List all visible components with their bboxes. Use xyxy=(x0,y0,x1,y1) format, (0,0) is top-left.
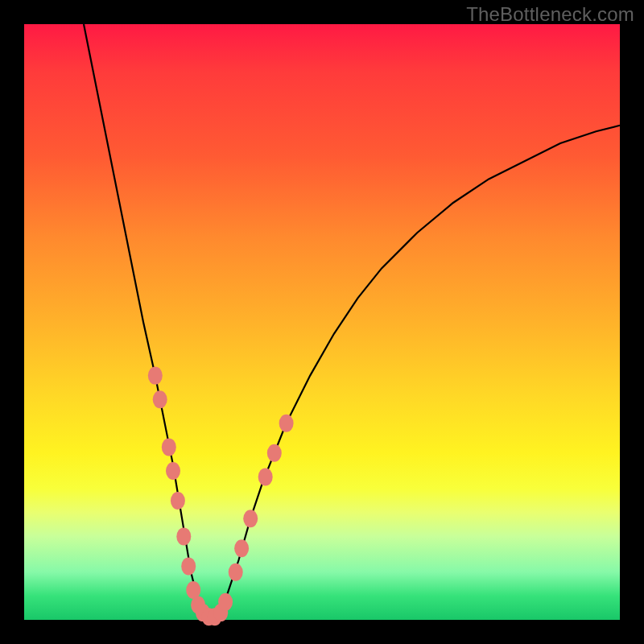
highlight-marker xyxy=(176,527,191,545)
highlight-marker xyxy=(166,462,180,480)
plot-area xyxy=(24,24,620,620)
highlight-marker xyxy=(229,564,243,581)
marker-group xyxy=(148,367,294,626)
bottleneck-curve xyxy=(84,24,620,620)
highlight-marker xyxy=(162,438,176,456)
chart-frame: TheBottleneck.com xyxy=(0,0,644,644)
highlight-marker xyxy=(218,593,233,611)
highlight-marker xyxy=(171,492,185,510)
highlight-marker xyxy=(148,367,163,385)
highlight-marker xyxy=(234,539,249,557)
curve-svg xyxy=(24,24,620,620)
highlight-marker xyxy=(181,557,196,575)
highlight-marker xyxy=(243,510,258,527)
highlight-marker xyxy=(153,390,167,408)
highlight-marker xyxy=(258,468,273,485)
watermark-text: TheBottleneck.com xyxy=(466,3,634,26)
highlight-marker xyxy=(267,444,282,462)
highlight-marker xyxy=(279,415,294,432)
